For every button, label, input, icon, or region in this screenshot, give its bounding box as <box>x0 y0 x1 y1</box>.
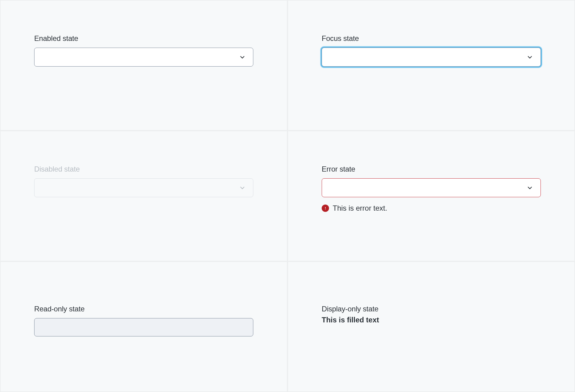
cell-readonly: Read-only state <box>0 261 288 392</box>
cell-focus: Focus state <box>288 0 575 131</box>
cell-disabled: Disabled state <box>0 131 288 261</box>
chevron-down-icon <box>240 185 245 191</box>
enabled-label: Enabled state <box>34 34 253 43</box>
enabled-select[interactable] <box>34 48 253 67</box>
cell-display: Display-only state This is filled text <box>288 261 575 392</box>
display-label: Display-only state <box>322 305 541 313</box>
readonly-select <box>34 318 253 336</box>
chevron-down-icon <box>240 54 245 60</box>
error-text: This is error text. <box>333 204 387 212</box>
error-label: Error state <box>322 165 541 173</box>
readonly-label: Read-only state <box>34 305 253 313</box>
display-wrap: Display-only state This is filled text <box>322 305 541 324</box>
disabled-select <box>34 178 253 197</box>
svg-point-0 <box>325 209 326 210</box>
states-grid: Enabled state Focus state Disabled state… <box>0 0 575 392</box>
svg-rect-1 <box>325 207 326 209</box>
cell-enabled: Enabled state <box>0 0 288 131</box>
chevron-down-icon <box>527 54 533 60</box>
cell-error: Error state This is error text. <box>288 131 575 261</box>
display-value: This is filled text <box>322 316 541 324</box>
focus-select[interactable] <box>322 48 541 67</box>
error-select[interactable] <box>322 178 541 197</box>
error-message-row: This is error text. <box>322 204 541 212</box>
chevron-down-icon <box>527 185 533 191</box>
disabled-label: Disabled state <box>34 165 253 173</box>
focus-label: Focus state <box>322 34 541 43</box>
error-icon <box>322 205 329 212</box>
